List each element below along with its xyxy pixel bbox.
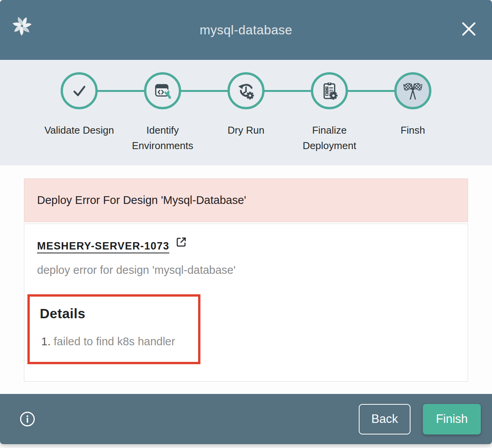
step-circle-dry-run xyxy=(227,72,265,109)
info-button[interactable] xyxy=(19,410,36,428)
error-description: deploy error for design 'mysql-database' xyxy=(37,264,468,277)
error-accordion-header[interactable]: Deploy Error For Design 'Mysql-Database' xyxy=(24,178,468,222)
step-dry-run: Dry Run xyxy=(204,72,288,165)
step-circle-finalize xyxy=(311,72,348,109)
checkered-flags-icon xyxy=(403,81,423,101)
modal-header: mysql-database xyxy=(0,0,492,60)
modal-title: mysql-database xyxy=(0,23,492,37)
clipboard-gear-icon xyxy=(320,81,339,100)
step-label: Finalize Deployment xyxy=(293,122,366,154)
finish-button[interactable]: Finish xyxy=(423,404,481,434)
error-code-row: MESHERY-SERVER-1073 xyxy=(37,240,468,252)
sync-gear-icon xyxy=(236,81,256,100)
step-finish: Finsh xyxy=(371,72,455,165)
close-icon xyxy=(460,20,477,37)
step-circle-validate xyxy=(61,72,98,109)
step-validate-design: Validate Design xyxy=(37,72,121,165)
external-link-icon[interactable] xyxy=(175,236,187,248)
details-item: failed to find k8s handler xyxy=(54,335,188,348)
info-icon xyxy=(19,410,36,428)
step-label: Dry Run xyxy=(227,122,264,138)
error-accordion-title: Deploy Error For Design 'Mysql-Database' xyxy=(37,194,246,207)
deployment-wizard-modal: mysql-database Validate Design xyxy=(0,0,492,444)
step-label: Validate Design xyxy=(44,122,114,138)
check-icon xyxy=(70,81,89,100)
error-details-box: Details failed to find k8s handler xyxy=(27,294,200,364)
details-title: Details xyxy=(40,306,188,321)
step-finalize-deployment: Finalize Deployment xyxy=(288,72,371,165)
modal-content: Deploy Error For Design 'Mysql-Database'… xyxy=(0,165,492,394)
step-circle-finish xyxy=(394,72,431,109)
code-wrench-icon xyxy=(153,81,172,100)
modal-footer: Back Finish xyxy=(0,394,492,444)
error-code-link[interactable]: MESHERY-SERVER-1073 xyxy=(37,240,175,252)
error-accordion-body: MESHERY-SERVER-1073 deploy error for des… xyxy=(24,224,468,382)
back-button[interactable]: Back xyxy=(359,404,411,434)
step-identify-environments: Identify Environments xyxy=(121,72,204,165)
details-list: failed to find k8s handler xyxy=(40,335,188,348)
step-label: Finsh xyxy=(400,122,425,138)
close-button[interactable] xyxy=(460,20,478,39)
step-circle-identify xyxy=(144,72,181,109)
step-label: Identify Environments xyxy=(126,122,199,154)
deployment-stepper: Validate Design Identify Environments xyxy=(0,60,492,165)
deploy-error-accordion: Deploy Error For Design 'Mysql-Database'… xyxy=(24,178,468,382)
